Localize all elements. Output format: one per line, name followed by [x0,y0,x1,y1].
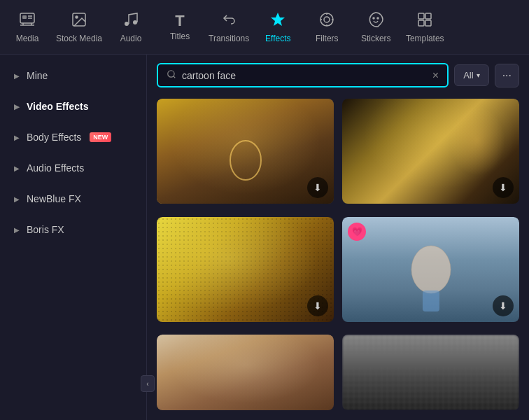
main-layout: ▶ Mine ▶ Video Effects ▶ Body Effects NE… [0,55,529,420]
chevron-icon: ▶ [14,226,20,234]
svg-point-14 [373,18,374,19]
sidebar-label-body-effects: Body Effects [27,132,81,143]
svg-rect-18 [418,20,424,26]
effect-thumbnail-cartoon: ⬇ [157,99,334,204]
download-button-wash[interactable]: ⬇ [493,177,514,198]
svg-point-12 [324,17,330,22]
nav-label-stickers: Stickers [361,34,391,43]
download-button-ar[interactable]: ⬇ [493,295,514,316]
chevron-icon: ▶ [14,195,20,203]
svg-rect-24 [423,290,439,312]
nav-label-titles: Titles [170,31,190,41]
sidebar-item-newblue-fx[interactable]: ▶ NewBlue FX [3,185,143,213]
effect-thumbnail-wash: ⬇ [342,99,519,204]
titles-icon: T [175,13,184,29]
download-button-comic-book[interactable]: ⬇ [307,295,328,316]
svg-marker-11 [271,13,285,26]
new-badge: NEW [90,132,111,142]
nav-label-transitions: Transitions [209,34,249,43]
effect-card-ar-stickers-bubble-head[interactable]: 💗 ⬇ AR Stickers Bubble Head [342,217,519,327]
effect-card-wash[interactable]: ⬇ Wash [342,99,519,209]
svg-point-20 [168,71,174,77]
effect-card-sketch[interactable] [157,335,334,410]
effects-icon [269,11,286,31]
sidebar-item-boris-fx[interactable]: ▶ Boris FX [3,216,143,244]
effects-grid: ⬇ Cartoon ⬇ Wash [147,96,529,420]
effect-name-wash: Wash [342,204,519,209]
svg-point-23 [411,246,451,293]
nav-label-audio: Audio [120,34,142,43]
search-input[interactable] [182,70,427,81]
stock-media-icon [71,11,87,31]
templates-icon [416,11,433,31]
filter-label: All [463,70,473,80]
effect-name-cartoon: Cartoon [157,204,334,209]
filter-dropdown-button[interactable]: All ▾ [454,64,488,86]
effect-name-comic-book: Comic Book [157,322,334,327]
effect-card-blur[interactable] [342,335,519,410]
svg-point-8 [76,16,78,18]
top-navigation: Media Stock Media Audio T Titles Transit… [0,0,529,55]
download-button-cartoon[interactable]: ⬇ [307,177,328,198]
more-options-button[interactable]: ··· [495,64,519,88]
effect-thumbnail-comic-book: ⬇ [157,217,334,322]
effect-thumbnail-ar-stickers-bubble-head: 💗 ⬇ [342,217,519,322]
sidebar-item-audio-effects[interactable]: ▶ Audio Effects [3,154,143,182]
sidebar-label-mine: Mine [27,70,48,81]
clear-search-button[interactable]: × [432,70,439,81]
svg-point-13 [320,13,333,26]
effect-thumbnail-sketch [157,335,334,410]
svg-rect-1 [22,15,27,19]
svg-line-21 [174,76,176,78]
sidebar-item-body-effects[interactable]: ▶ Body Effects NEW [3,123,143,151]
nav-item-stickers[interactable]: Stickers [351,0,400,55]
stickers-icon [367,11,384,31]
effect-card-comic-book[interactable]: ⬇ Comic Book [157,217,334,327]
sidebar-item-video-effects[interactable]: ▶ Video Effects [3,92,143,120]
nav-item-audio[interactable]: Audio [106,0,155,55]
effect-thumbnail-blur [342,335,519,410]
sidebar-label-boris-fx: Boris FX [27,224,64,235]
nav-item-stock-media[interactable]: Stock Media [52,0,106,55]
heart-badge-ar: 💗 [348,223,366,241]
effect-card-cartoon[interactable]: ⬇ Cartoon [157,99,334,209]
sidebar-toggle-button[interactable]: ‹ [141,375,155,392]
nav-label-templates: Templates [406,34,444,43]
nav-item-filters[interactable]: Filters [302,0,351,55]
chevron-icon: ▶ [14,164,20,172]
svg-rect-19 [425,20,431,26]
nav-item-media[interactable]: Media [3,0,52,55]
sidebar-label-newblue-fx: NewBlue FX [27,193,81,204]
chevron-down-icon: ▾ [477,71,480,79]
svg-rect-17 [425,13,431,19]
audio-icon [122,11,139,31]
svg-rect-16 [418,13,424,19]
content-area: × All ▾ ··· ⬇ Cartoon [147,55,529,420]
svg-point-22 [230,141,261,180]
chevron-icon: ▶ [14,103,20,111]
nav-item-templates[interactable]: Templates [400,0,449,55]
nav-label-media: Media [16,34,39,43]
nav-item-titles[interactable]: T Titles [155,0,204,55]
nav-item-transitions[interactable]: Transitions [204,0,253,55]
sidebar-label-audio-effects: Audio Effects [27,162,84,174]
transitions-icon [220,11,237,31]
nav-label-filters: Filters [316,34,339,43]
filters-icon [318,11,335,31]
svg-point-10 [133,20,137,24]
chevron-icon: ▶ [14,134,20,141]
search-input-wrapper: × [157,63,449,88]
svg-point-15 [377,18,379,19]
svg-point-9 [125,22,129,26]
search-icon [167,69,176,81]
search-bar: × All ▾ ··· [147,55,529,96]
nav-label-stock-media: Stock Media [56,34,102,43]
nav-item-effects[interactable]: Effects [253,0,302,55]
sidebar-item-mine[interactable]: ▶ Mine [3,62,143,90]
sidebar: ▶ Mine ▶ Video Effects ▶ Body Effects NE… [0,55,147,420]
nav-label-effects: Effects [265,34,290,43]
effect-name-ar-stickers-bubble-head: AR Stickers Bubble Head [342,322,519,327]
chevron-icon: ▶ [14,72,20,80]
media-icon [19,11,36,31]
sidebar-label-video-effects: Video Effects [27,101,88,112]
